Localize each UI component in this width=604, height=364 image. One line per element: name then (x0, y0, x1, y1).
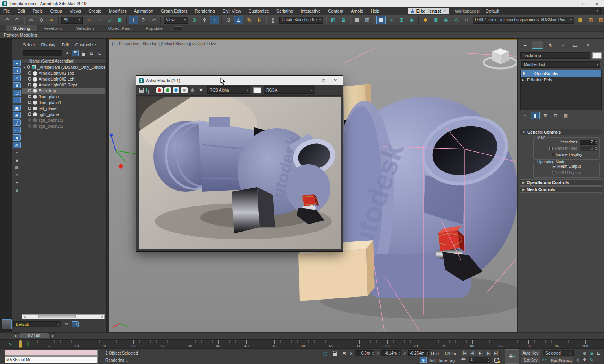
redo-button[interactable]: ↷ (13, 16, 22, 24)
rollout-mesh-controls[interactable]: ▶ Mesh Controls (520, 186, 602, 193)
state-sets-button[interactable]: ∷ (462, 16, 471, 24)
select-and-scale-button[interactable]: ▱ (149, 16, 158, 24)
auto-key-button[interactable]: Auto Key (521, 350, 540, 356)
project-folder-dropdown[interactable]: D:\004 Eikes Untersuchungszimmer\_3DSMax… (473, 17, 574, 24)
project-toolbar-button-1[interactable]: ▤ (576, 16, 585, 24)
tab-utilities[interactable]: ⌖ (583, 41, 593, 49)
menu-item[interactable]: Customize (249, 9, 269, 13)
next-frame-slider-button[interactable]: > (50, 333, 56, 338)
y-coordinate-field[interactable]: -0,14m (381, 350, 401, 356)
visibility-eye-icon[interactable] (28, 71, 31, 75)
filter-containers-button[interactable]: ▭ (13, 127, 21, 133)
save-image-icon[interactable] (139, 88, 144, 93)
menu-item[interactable]: Tools (33, 9, 43, 13)
close-button[interactable]: ✕ (595, 2, 598, 6)
selection-filter-dropdown[interactable]: All▾ (61, 17, 83, 24)
percent-snap-toggle-button[interactable]: % (244, 16, 254, 24)
tab-hierarchy[interactable]: ⋔ (545, 41, 555, 49)
named-selection-sets-dropdown[interactable]: Create Selection Se▾ (279, 17, 323, 24)
curve-editor-button[interactable]: ∿ (387, 16, 396, 24)
ribbon-tab-freeform[interactable]: Freeform (37, 25, 69, 31)
unlink-selection-button[interactable]: ⊘ (37, 16, 46, 24)
expand-all-button[interactable]: ⊞ (88, 50, 95, 56)
clear-search-button[interactable]: ✕ (63, 50, 70, 56)
ribbon-tab-modeling[interactable]: Modeling (6, 25, 37, 31)
isolate-selection-icon[interactable]: ⬚ (322, 350, 329, 357)
list-item-sgu-blech1[interactable]: sgu_blech1:1 (22, 117, 105, 123)
menu-item[interactable]: Content (328, 9, 343, 13)
modifier-editable-poly[interactable]: ▸ Editable Poly (521, 77, 601, 83)
hierarchy-mode-button[interactable]: ⊞ (72, 321, 79, 327)
zoom-region-button[interactable]: ⊡ (595, 350, 602, 356)
lock-icon[interactable] (80, 50, 87, 56)
horizontal-scrollbar[interactable]: < > (22, 314, 105, 319)
activeshade-maximize-button[interactable]: □ (323, 78, 325, 83)
list-item-arnoldlight003[interactable]: ArnoldLight003 Right (22, 82, 105, 88)
z-coordinate-field[interactable]: -0,254m (408, 350, 429, 356)
visibility-eye-icon[interactable] (28, 89, 31, 92)
configure-modifier-sets-button[interactable]: ▦ (562, 112, 570, 119)
menu-item[interactable]: Graph Editors (161, 9, 188, 13)
new-container-button[interactable]: ▯ (13, 187, 21, 193)
render-iters-spinner[interactable]: 2 (580, 146, 597, 151)
time-configuration-icon[interactable] (493, 357, 500, 363)
layer-properties-button[interactable]: ▥ (363, 16, 372, 24)
frame-step-icon[interactable]: ◀▶ (461, 357, 466, 361)
modifier-enable-icon[interactable] (522, 72, 525, 75)
next-frame-button[interactable]: |▶ (484, 350, 492, 356)
maximize-viewport-button[interactable]: ❐ (595, 357, 602, 363)
explorer-preset-dropdown[interactable]: Default ▾ (13, 321, 61, 327)
gpu-display-radio[interactable] (552, 171, 556, 175)
tab-create[interactable]: + (520, 41, 530, 49)
filter-icon[interactable] (72, 50, 79, 56)
render-iterative-button[interactable]: ◎ (451, 16, 461, 24)
filter-geometry-button[interactable]: ● (13, 60, 21, 66)
user-account-menu[interactable]: Eike Hengst ▼ (408, 8, 449, 14)
filter-bones-button[interactable]: ╱ (13, 119, 21, 126)
select-and-link-button[interactable]: ∞ (26, 16, 36, 24)
green-channel-button[interactable] (164, 87, 171, 93)
mirror-button[interactable]: ◧ (328, 16, 338, 24)
visibility-eye-icon[interactable] (28, 95, 31, 98)
select-and-rotate-button[interactable]: ⟳ (139, 16, 148, 24)
show-end-result-button[interactable]: ▮ (531, 112, 540, 119)
ribbon-tab-populate[interactable]: Populate (138, 25, 169, 31)
time-tag-icon[interactable]: ◉ (420, 357, 427, 363)
zoom-extents-button[interactable]: ▣ (588, 350, 595, 356)
monochrome-channel-button[interactable] (181, 87, 188, 93)
layer-explorer-button[interactable]: ▤ (352, 16, 362, 24)
orbit-button[interactable]: ↻ (588, 357, 595, 363)
ribbon-display-toggle[interactable] (173, 26, 183, 30)
list-item-right-plane[interactable]: right_plane (22, 111, 105, 117)
add-time-tag[interactable]: Add Time Tag (429, 358, 455, 363)
visibility-eye-icon[interactable] (28, 107, 31, 110)
window-crossing-toggle-button[interactable]: ▣ (115, 16, 124, 24)
filter-spacewarps-button[interactable]: ≈ (13, 97, 21, 103)
project-toolbar-button-2[interactable]: ▧ (586, 16, 595, 24)
key-mode-dropdown[interactable]: Selected▾ (543, 350, 574, 356)
layer-mode-button[interactable]: ≋ (63, 321, 70, 327)
zoom-all-button[interactable]: ⊕ (581, 350, 588, 356)
mesh-output-radio[interactable] (552, 165, 556, 168)
blue-channel-button[interactable] (173, 87, 179, 93)
pin-stack-button[interactable]: ⌖ (521, 112, 529, 119)
expand-arrow-icon[interactable]: ▸ (522, 78, 525, 82)
field-of-view-button[interactable]: ◁ (574, 357, 581, 363)
go-to-end-button[interactable]: ▶| (492, 350, 500, 356)
spinner-snap-toggle-button[interactable]: ⇅ (254, 16, 264, 24)
advanced-filter-button[interactable]: ▼ (13, 172, 21, 178)
go-to-start-button[interactable]: |◀ (461, 350, 468, 356)
set-keys-button[interactable]: +⚿ (505, 349, 519, 364)
scroll-right-button[interactable]: > (99, 315, 104, 319)
ribbon-panel-label[interactable]: Polygon Modeling (0, 32, 604, 38)
ribbon-tab-object-paint[interactable]: Object Paint (101, 25, 139, 31)
visibility-eye-icon[interactable] (28, 77, 31, 81)
explorer-menu-item[interactable]: Display (41, 42, 55, 47)
red-channel-button[interactable] (156, 87, 163, 93)
absolute-mode-icon[interactable]: ⊞ (341, 350, 348, 357)
explorer-menu-item[interactable]: Edit (62, 42, 69, 47)
list-item-left-plane[interactable]: left_plane (22, 105, 105, 111)
list-item-arnoldlight002[interactable]: ArnoldLight002 Left (22, 76, 105, 82)
visibility-eye-icon[interactable] (28, 83, 31, 86)
filter-enable-button[interactable]: ▼ (13, 179, 21, 186)
